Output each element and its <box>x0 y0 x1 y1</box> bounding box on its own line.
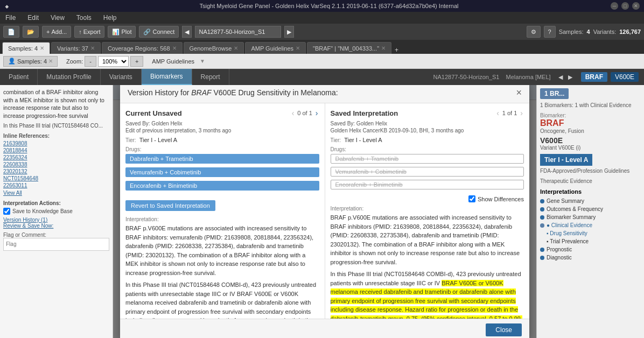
left-nav-next[interactable]: › <box>314 109 319 117</box>
menu-help[interactable]: Help <box>101 13 119 23</box>
menu-edit[interactable]: Edit <box>25 13 41 23</box>
ref-link-1[interactable]: 21639808 <box>3 140 109 146</box>
ia-title: Interpretation Actions: <box>3 200 109 206</box>
connect-button[interactable]: 🔗 Connect <box>139 26 179 38</box>
modal-close-footer-button[interactable]: Close <box>486 323 522 336</box>
show-diff-row: Show Differences <box>331 195 524 202</box>
tab-braf[interactable]: "BRAF" | "NM_004333..." ✕ <box>307 42 391 54</box>
zoom-controls: Zoom: - 100% 75% 125% 150% + <box>66 56 143 67</box>
new-button[interactable]: 📄 <box>3 26 19 38</box>
interp-clinical-evidence[interactable]: ● Clinical Evidence <box>540 221 641 229</box>
save-kb-checkbox[interactable] <box>3 208 10 215</box>
left-edit-info: Edit of previous interpretation, 3 month… <box>125 128 319 133</box>
version-history-link[interactable]: Version History (1) <box>3 217 47 223</box>
modal-footer: Close <box>120 319 529 338</box>
open-icon: 📂 <box>27 29 34 36</box>
modal-right-header: Saved Interpretation ‹ 1 of 1 › <box>331 109 524 117</box>
review-save-link[interactable]: Review & Save Now: <box>3 223 53 229</box>
zoom-out-button[interactable]: - <box>85 56 96 67</box>
left-tier-value: Tier I - Level A <box>139 137 178 143</box>
flag-input[interactable] <box>3 238 109 251</box>
add-button[interactable]: + Add... <box>42 26 71 38</box>
main-content: combination of a BRAF inhibitor along wi… <box>0 85 644 338</box>
tab-samples[interactable]: Samples: 4 ✕ <box>2 42 50 54</box>
nav-prev-arrow[interactable]: ◀ <box>182 26 192 38</box>
modal-close-button[interactable]: × <box>516 88 522 97</box>
open-button[interactable]: 📂 <box>23 26 39 38</box>
menu-view[interactable]: View <box>48 13 67 23</box>
biomarker-variant-detail: Variant V600E (i) <box>540 145 641 151</box>
zoom-in-button[interactable]: + <box>130 56 143 67</box>
left-interp-text: BRAF p.V600E mutations are associated wi… <box>125 224 319 319</box>
plot-button[interactable]: 📊 Plot <box>108 26 136 38</box>
tab-samples-close[interactable]: ✕ <box>40 45 44 51</box>
ref-link-7[interactable]: 22663011 <box>3 182 109 188</box>
interp-outcomes[interactable]: Outcomes & Frequency <box>540 205 641 213</box>
interp-dot-1 <box>540 199 544 203</box>
interp-trial-prevalence[interactable]: ▪ Trial Prevalence <box>540 237 641 245</box>
export-button[interactable]: ↑ Export <box>74 26 104 38</box>
nav-next-arrow[interactable]: ▶ <box>284 26 294 38</box>
main-toolbar: 📄 📂 + Add... ↑ Export 📊 Plot 🔗 Connect ◀… <box>0 24 644 40</box>
samples-sec-button[interactable]: 👤 Samples: 4 ✕ <box>3 56 58 67</box>
ref-link-5[interactable]: 23020132 <box>3 168 109 174</box>
tab-amp[interactable]: AMP Guidelines ✕ <box>245 42 306 54</box>
tab-variants-close[interactable]: ✕ <box>90 45 95 51</box>
nav-right: NA12877-50-Horizon_S1 Melanoma [MEL] ◀ ▶… <box>428 69 644 85</box>
show-differences-checkbox[interactable] <box>468 195 475 202</box>
nav-tab-variants[interactable]: Variants <box>101 69 142 85</box>
left-nav-prev[interactable]: ‹ <box>291 109 296 117</box>
nav-tab-report[interactable]: Report <box>192 69 229 85</box>
maximize-button[interactable]: □ <box>621 2 629 10</box>
add-tab-button[interactable]: + <box>395 46 398 54</box>
interp-diagnostic[interactable]: Diagnostic <box>540 254 641 262</box>
tab-braf-label: "BRAF" | "NM_004333..." <box>313 45 379 52</box>
interp-biomarker-summary[interactable]: Biomarker Summary <box>540 213 641 221</box>
right-panel: 1 BR... 1 Biomarkers: 1 with Clinical Ev… <box>536 85 644 338</box>
settings-button[interactable]: ⚙ <box>527 26 541 38</box>
revert-button[interactable]: Revert to Saved Interpretation <box>125 200 215 211</box>
nav-next-icon[interactable]: ▶ <box>568 74 572 81</box>
right-drugs-label: Drugs: <box>331 146 524 152</box>
interp-prognostic[interactable]: Prognostic <box>540 245 641 254</box>
samples-sec-close[interactable]: ✕ <box>48 58 53 64</box>
help-button[interactable]: ? <box>544 26 556 38</box>
right-col-nav: ‹ 1 of 1 › <box>495 109 524 117</box>
tab-variants-label: Variants: 37 <box>57 45 88 52</box>
interp-clinical-evidence-label: ● Clinical Evidence <box>547 222 592 228</box>
left-text2: In this Phase III trial (NCT01584648 CO.… <box>3 122 109 130</box>
tab-genomebrowse[interactable]: GenomeBrowse ✕ <box>184 42 244 54</box>
interpretations-title: Interpretations <box>540 188 641 195</box>
interp-dot-5 <box>540 248 544 252</box>
tab-variants[interactable]: Variants: 37 ✕ <box>51 42 101 54</box>
interp-gene-summary[interactable]: Gene Summary <box>540 197 641 205</box>
ref-link-6[interactable]: NCT01584648 <box>3 175 109 181</box>
title-bar: ⬥ Tsight Myeloid Gene Panel - Golden Hel… <box>0 0 644 12</box>
minimize-button[interactable]: ─ <box>611 2 618 10</box>
interp-drug-sensitivity[interactable]: ▪ Drug Sensitivity <box>540 229 641 237</box>
tab-braf-close[interactable]: ✕ <box>381 45 386 51</box>
samples-label: Samples: <box>559 29 584 35</box>
nav-prev-icon[interactable]: ◀ <box>558 74 563 81</box>
nav-tab-patient[interactable]: Patient <box>0 69 38 85</box>
tab-coverage[interactable]: Coverage Regions: 568 ✕ <box>102 42 183 54</box>
ref-link-4[interactable]: 22608338 <box>3 161 109 167</box>
nav-tab-biomarkers[interactable]: Biomarkers <box>142 69 192 85</box>
tab-amp-close[interactable]: ✕ <box>296 45 300 51</box>
variants-label: Variants: <box>593 29 617 35</box>
tab-coverage-close[interactable]: ✕ <box>172 45 177 51</box>
nav-tab-mutation[interactable]: Mutation Profile <box>38 69 100 85</box>
tab-amp-label: AMP Guidelines <box>251 45 293 52</box>
menu-tools[interactable]: Tools <box>74 13 94 23</box>
menu-file[interactable]: File <box>3 13 18 23</box>
ref-link-3[interactable]: 22356324 <box>3 154 109 160</box>
right-drug-3: Encorafenib + Binimetinib <box>331 180 524 189</box>
zoom-select[interactable]: 100% 75% 125% 150% <box>98 56 129 67</box>
close-window-button[interactable]: ✕ <box>632 2 640 10</box>
ref-link-2[interactable]: 20818844 <box>3 147 109 153</box>
tab-genomebrowse-close[interactable]: ✕ <box>234 45 238 51</box>
right-nav-next[interactable]: › <box>519 109 524 117</box>
right-nav-prev[interactable]: ‹ <box>495 109 500 117</box>
view-all-link[interactable]: View All <box>3 190 22 196</box>
modal-header: Version History for BRAF V600E Drug Sens… <box>120 85 529 103</box>
